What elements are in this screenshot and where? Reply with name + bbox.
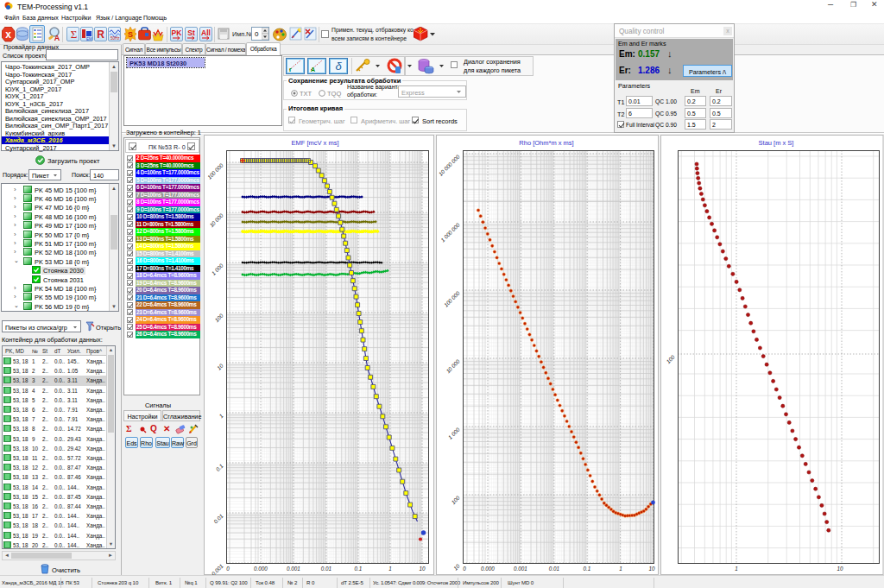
svg-text:0.1: 0.1 — [355, 566, 363, 572]
svg-text:EMF [mcV x ms]: EMF [mcV x ms] — [292, 139, 339, 147]
svg-text:Stau [m x S]: Stau [m x S] — [759, 139, 794, 147]
svg-text:0: 0 — [226, 566, 230, 572]
svg-text:0.001: 0.001 — [514, 566, 527, 572]
svg-text:1: 1 — [735, 566, 738, 572]
svg-text:0: 0 — [463, 566, 466, 572]
svg-text:0.01: 0.01 — [321, 566, 332, 572]
svg-text:10: 10 — [837, 566, 843, 572]
svg-text:10: 10 — [648, 566, 655, 572]
svg-text:0.000: 0.000 — [254, 566, 268, 572]
svg-text:1: 1 — [619, 566, 622, 572]
svg-text:Rho [Ohm*m x ms]: Rho [Ohm*m x ms] — [519, 139, 573, 147]
svg-text:10: 10 — [419, 566, 426, 572]
svg-text:1: 1 — [388, 566, 392, 572]
svg-text:0.001: 0.001 — [287, 566, 300, 572]
svg-text:0.000: 0.000 — [481, 566, 495, 572]
svg-text:0.1: 0.1 — [584, 566, 591, 572]
svg-text:0.01: 0.01 — [549, 566, 559, 572]
